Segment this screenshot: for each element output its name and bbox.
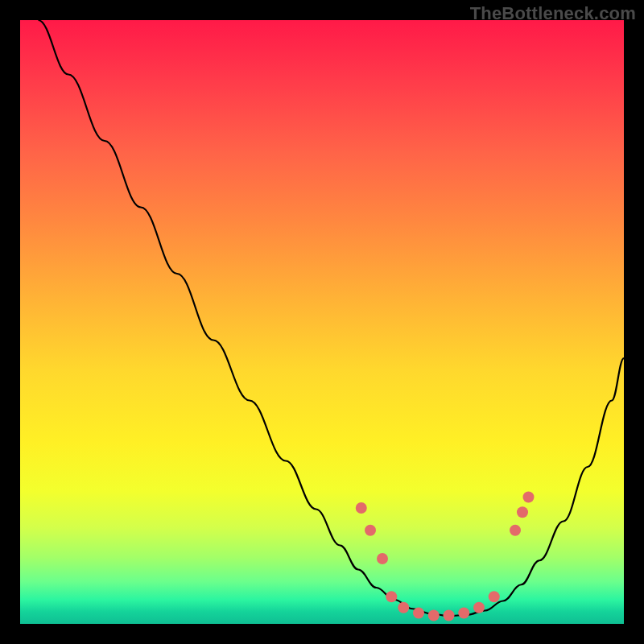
chart-svg: [20, 20, 624, 624]
highlight-marker: [365, 525, 376, 536]
highlight-marker: [458, 608, 469, 619]
highlight-marker: [428, 610, 440, 621]
highlight-marker: [523, 492, 535, 503]
highlight-markers-group: [356, 492, 535, 621]
highlight-marker: [356, 502, 367, 514]
chart-frame: [20, 20, 624, 624]
bottleneck-curve-line: [39, 20, 625, 616]
highlight-marker: [413, 608, 424, 619]
highlight-marker: [377, 553, 388, 564]
highlight-marker: [444, 610, 455, 621]
highlight-marker: [473, 602, 485, 613]
highlight-marker: [398, 602, 409, 613]
highlight-marker: [517, 506, 528, 518]
highlight-marker: [489, 591, 500, 602]
highlight-marker: [386, 591, 397, 602]
highlight-marker: [510, 525, 521, 536]
